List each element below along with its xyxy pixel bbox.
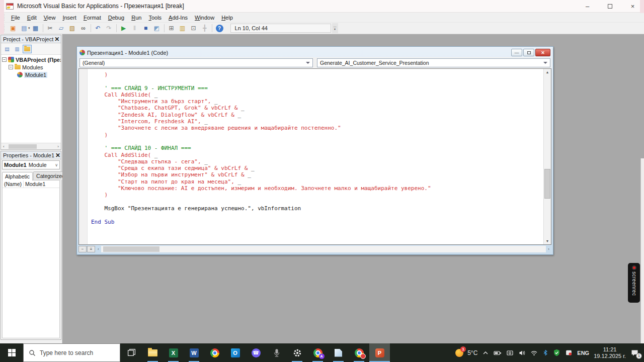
view-host-app-icon[interactable]: ▣ [8,24,18,33]
tree-item-vbaproject[interactable]: VBAProject (Презе [2,56,61,63]
project-panel-close-button[interactable]: ✕ [53,36,60,43]
view-code-button[interactable]: ▤ [3,45,12,53]
paste-icon[interactable]: ▧ [67,24,77,33]
project-explorer-icon[interactable]: ⊞ [167,24,177,33]
taskbar-app-notepad[interactable] [328,343,349,362]
volume-status[interactable] [518,349,526,356]
redo-icon[interactable]: ↷ [104,24,114,33]
language-indicator[interactable]: ENG [577,350,589,356]
object-dropdown[interactable]: (General) [79,58,313,67]
task-view-button[interactable] [120,343,142,362]
security-status[interactable] [553,349,560,356]
scroll-left-icon[interactable]: ‹ [96,247,101,251]
maximize-button[interactable] [599,0,621,12]
undo-icon[interactable]: ↶ [93,24,103,33]
toolbar-overflow-button[interactable]: —▾ [332,23,338,33]
reset-icon[interactable]: ■ [141,24,151,33]
menu-item-tools[interactable]: Tools [145,14,165,22]
menu-item-format[interactable]: Format [80,14,105,22]
code-vertical-scrollbar[interactable]: ▲ ▼ [543,69,551,244]
procedure-view-button[interactable]: − [78,246,87,252]
tray-expand-button[interactable] [482,349,489,356]
taskbar-app-powerpoint[interactable]: P [369,343,390,362]
minimize-button[interactable]: – [576,0,599,12]
menu-item-insert[interactable]: Insert [59,14,80,22]
battery-status[interactable] [494,349,502,356]
save-icon[interactable]: ▦ [31,24,41,33]
taskbar-app-word[interactable]: W [184,343,204,362]
code-window-close-button[interactable]: ✕ [535,49,550,56]
screen-recorder-tray[interactable] [565,349,573,356]
screen-recorder-widget[interactable]: screenrec [628,263,640,303]
search-input[interactable]: Type here to search [23,343,120,362]
code-window-caption[interactable]: Презентация1 - Module1 (Code) — ✕ [78,48,551,57]
collapse-icon[interactable] [2,57,7,62]
menu-item-help[interactable]: Help [218,14,236,22]
code-editor[interactable]: ) ' === СЛАЙД 9 - ИНСТРУМЕНТИ === Call A… [88,69,543,244]
menu-item-run[interactable]: Run [128,14,145,22]
property-value[interactable]: Module1 [24,180,59,188]
full-module-view-button[interactable]: ≡ [87,246,95,252]
taskbar-app-outlook[interactable]: O [225,343,246,362]
network-status[interactable] [530,349,538,356]
weather-widget[interactable]: 1 [455,348,464,357]
taskbar-app-chrome[interactable] [204,343,225,362]
object-selector[interactable]: Module1 Module ∨ [2,160,60,169]
toolbox-icon[interactable]: ╋ [200,24,210,33]
object-browser-icon[interactable]: ⊡ [189,24,199,33]
view-object-button[interactable]: ▥ [13,45,22,53]
tree-item-modules[interactable]: Modules [2,63,61,71]
property-row[interactable]: (Name) Module1 [3,180,59,188]
help-icon[interactable]: ? [216,25,223,32]
cast-status[interactable] [506,349,514,356]
scroll-right-icon[interactable]: › [55,144,61,149]
menu-item-edit[interactable]: Edit [24,14,40,22]
tab-alphabetic[interactable]: Alphabetic [2,172,33,180]
collapse-icon[interactable] [9,65,13,69]
scrollbar-thumb[interactable] [103,246,159,252]
taskbar-app-chrome-badge[interactable] [349,343,369,362]
design-mode-icon[interactable]: ◩ [152,24,162,33]
action-center-button[interactable]: 1 [630,349,641,357]
chevron-down-icon[interactable]: ▾ [28,26,30,30]
toolbar-separator [116,24,117,32]
scroll-left-icon[interactable]: ‹ [1,144,7,149]
properties-panel-close-button[interactable]: ✕ [54,152,61,159]
taskbar-app-chrome-profile[interactable]: A [307,343,328,362]
scrollbar-thumb[interactable] [9,144,37,149]
menu-item-file[interactable]: File [8,14,24,22]
code-window-minimize-button[interactable]: — [511,49,522,56]
code-window-restore-button[interactable] [523,49,534,56]
start-button[interactable] [0,343,23,362]
scrollbar-thumb[interactable] [544,169,550,199]
taskbar-app-viber[interactable]: ☎ [246,343,266,362]
taskbar-app-excel[interactable]: X [163,343,184,362]
procedure-dropdown[interactable]: Generate_AI_Customer_Service_Presentatio… [317,58,550,67]
project-horizontal-scrollbar[interactable]: ‹ › [1,143,61,149]
tree-item-module1[interactable]: Module1 [2,71,61,78]
taskbar-app-recorder[interactable] [266,343,287,362]
insert-userform-icon[interactable]: ▤ [19,24,29,33]
properties-window-icon[interactable]: ▥ [178,24,188,33]
taskbar-app-file-explorer[interactable] [142,343,163,362]
menu-item-view[interactable]: View [40,14,59,22]
scroll-up-icon[interactable]: ▲ [544,69,551,75]
menu-item-debug[interactable]: Debug [105,14,128,22]
find-icon[interactable]: ∞ [78,24,89,33]
toggle-folders-button[interactable] [23,45,32,53]
scroll-right-icon[interactable]: › [546,247,551,251]
bluetooth-status[interactable] [542,349,548,356]
break-icon[interactable]: ‖ [130,24,140,33]
copy-icon[interactable]: ▱ [56,24,66,33]
temperature-label[interactable]: 5°C [467,349,477,356]
menu-item-addins[interactable]: Add-Ins [165,14,191,22]
menu-item-window[interactable]: Window [191,14,218,22]
margin-indicator-bar[interactable] [79,69,88,244]
code-horizontal-scrollbar[interactable] [101,246,546,252]
run-icon[interactable]: ▶ [119,24,129,33]
file-explorer-icon [148,349,157,356]
clock[interactable]: 11:21 19.12.2025 г. [594,346,626,359]
cut-icon[interactable]: ✂ [45,24,55,33]
taskbar-app-settings[interactable] [287,343,307,362]
scroll-down-icon[interactable]: ▼ [544,238,551,244]
